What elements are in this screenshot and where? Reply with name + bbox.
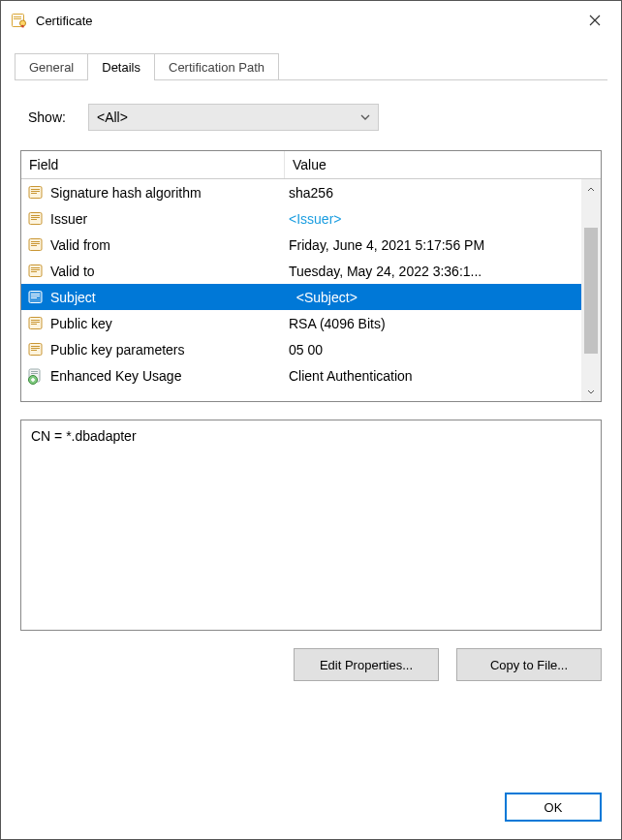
table-body: Signature hash algorithmsha256Issuer<Iss… — [21, 179, 601, 401]
details-panel: Show: <All> Field Value Signature hash a… — [1, 80, 621, 779]
svg-rect-13 — [31, 241, 40, 242]
edit-properties-button[interactable]: Edit Properties... — [294, 648, 439, 681]
svg-rect-22 — [31, 296, 40, 296]
svg-rect-7 — [31, 193, 37, 194]
field-value: sha256 — [289, 185, 333, 201]
certificate-window: Certificate General Details Certificatio… — [0, 0, 622, 840]
fields-table: Field Value Signature hash algorithmsha2… — [20, 150, 602, 402]
cert-field-icon — [27, 315, 45, 332]
svg-rect-29 — [31, 346, 40, 347]
field-value: RSA (4096 Bits) — [289, 316, 386, 331]
scroll-thumb[interactable] — [584, 228, 598, 354]
field-label: Issuer — [50, 211, 87, 227]
svg-rect-4 — [29, 186, 42, 198]
svg-rect-34 — [31, 373, 38, 374]
extension-icon — [27, 367, 45, 385]
tabs: General Details Certification Path — [1, 40, 621, 80]
field-value: Tuesday, May 24, 2022 3:36:1... — [289, 264, 482, 279]
svg-rect-20 — [29, 291, 42, 302]
svg-rect-6 — [31, 191, 40, 192]
close-icon — [589, 15, 601, 26]
certificate-icon — [11, 12, 28, 29]
svg-rect-31 — [31, 350, 37, 351]
field-label: Subject — [50, 290, 96, 305]
tab-details[interactable]: Details — [88, 53, 155, 80]
svg-rect-2 — [14, 18, 21, 19]
scroll-up-icon[interactable] — [581, 179, 601, 199]
cert-field-icon — [27, 341, 45, 358]
cert-field-icon — [27, 289, 45, 306]
svg-rect-11 — [31, 219, 37, 220]
chevron-down-icon — [360, 114, 370, 120]
cert-field-icon — [27, 184, 45, 202]
window-title: Certificate — [36, 14, 573, 28]
cert-field-icon — [27, 210, 45, 228]
svg-rect-15 — [31, 245, 37, 246]
svg-rect-33 — [31, 371, 38, 372]
show-label: Show: — [28, 109, 88, 125]
show-row: Show: <All> — [28, 104, 602, 131]
table-row[interactable]: Issuer<Issuer> — [21, 205, 601, 232]
svg-rect-5 — [31, 189, 40, 190]
col-value[interactable]: Value — [285, 151, 581, 178]
titlebar: Certificate — [1, 1, 621, 40]
svg-rect-14 — [31, 243, 40, 244]
copy-to-file-button[interactable]: Copy to File... — [456, 648, 602, 681]
svg-rect-27 — [31, 324, 37, 325]
field-detail: CN = *.dbadapter — [20, 420, 602, 631]
tab-general[interactable]: General — [15, 53, 88, 80]
svg-rect-24 — [29, 317, 42, 328]
svg-rect-16 — [29, 264, 42, 276]
svg-rect-8 — [29, 212, 42, 224]
field-label: Enhanced Key Usage — [50, 368, 181, 384]
cert-field-icon — [27, 263, 45, 280]
show-value: <All> — [97, 109, 128, 125]
show-dropdown[interactable]: <All> — [88, 104, 379, 131]
table-row[interactable]: Subject <Subject> — [21, 284, 601, 310]
table-header: Field Value — [21, 151, 601, 179]
table-row[interactable]: Public key parameters05 00 — [21, 336, 601, 362]
col-field[interactable]: Field — [21, 151, 285, 178]
svg-rect-18 — [31, 269, 40, 270]
field-value: <Issuer> — [289, 211, 341, 227]
table-row[interactable]: Signature hash algorithmsha256 — [21, 179, 601, 205]
field-label: Public key — [50, 316, 112, 331]
svg-rect-12 — [29, 238, 42, 250]
field-value: Friday, June 4, 2021 5:17:56 PM — [289, 237, 484, 253]
svg-rect-23 — [31, 297, 37, 298]
table-row[interactable]: Enhanced Key UsageClient Authentication — [21, 362, 601, 389]
table-row[interactable]: Valid toTuesday, May 24, 2022 3:36:1... — [21, 258, 601, 284]
svg-rect-21 — [31, 294, 40, 295]
svg-rect-10 — [31, 217, 40, 218]
field-value: Client Authentication — [289, 368, 413, 384]
svg-rect-9 — [31, 215, 40, 216]
table-row[interactable]: Public keyRSA (4096 Bits) — [21, 310, 601, 336]
action-buttons: Edit Properties... Copy to File... — [20, 648, 602, 681]
svg-rect-19 — [31, 271, 37, 272]
vertical-scrollbar[interactable] — [581, 179, 601, 401]
ok-button[interactable]: OK — [505, 793, 602, 822]
footer: OK — [1, 779, 621, 839]
svg-rect-30 — [31, 348, 40, 349]
svg-rect-1 — [14, 16, 21, 17]
field-label: Valid to — [50, 264, 95, 279]
table-row[interactable]: Valid fromFriday, June 4, 2021 5:17:56 P… — [21, 232, 601, 258]
scroll-header — [581, 151, 601, 178]
svg-rect-25 — [31, 320, 40, 321]
svg-rect-26 — [31, 322, 40, 323]
field-value: <Subject> — [296, 290, 358, 305]
field-label: Signature hash algorithm — [50, 185, 202, 201]
field-label: Public key parameters — [50, 342, 185, 358]
field-value: 05 00 — [289, 342, 323, 358]
svg-rect-17 — [31, 267, 40, 268]
field-label: Valid from — [50, 237, 110, 253]
scroll-down-icon[interactable] — [581, 382, 601, 401]
tab-certification-path[interactable]: Certification Path — [155, 53, 279, 80]
svg-rect-28 — [29, 343, 42, 355]
close-button[interactable] — [573, 5, 617, 36]
cert-field-icon — [27, 236, 45, 254]
detail-text: CN = *.dbadapter — [31, 428, 591, 444]
